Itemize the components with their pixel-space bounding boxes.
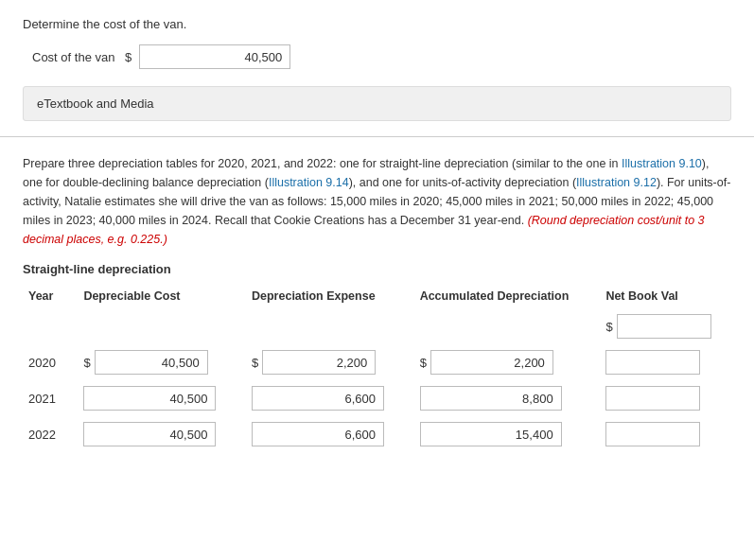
illustration-link-2: Illustration 9.14	[269, 176, 349, 189]
acc-dep-2020-input[interactable]	[430, 350, 553, 375]
header-accumulated-depreciation: Accumulated Depreciation	[414, 286, 601, 308]
year-2022: 2022	[23, 416, 78, 452]
dep-cost-2021-cell	[78, 380, 246, 416]
nb-2022-input[interactable]	[605, 422, 700, 446]
header-depreciable-cost: Depreciable Cost	[78, 286, 246, 308]
year-2020: 2020	[23, 344, 78, 380]
table-header-row: Year Depreciable Cost Depreciation Expen…	[23, 286, 731, 308]
initial-year-cell	[23, 308, 78, 344]
nb-2021-input[interactable]	[605, 386, 700, 411]
section-title: Straight-line depreciation	[23, 262, 731, 276]
table-row-2022: 2022	[23, 416, 731, 452]
dep-cost-2022-cell	[78, 416, 246, 452]
acc-dep-2022-cell	[414, 416, 601, 452]
dep-cost-2020-dollar: $	[83, 356, 90, 370]
initial-nb-wrapper: $	[605, 314, 726, 339]
initial-nb-dollar: $	[605, 320, 612, 334]
bottom-section: Prepare three depreciation tables for 20…	[0, 137, 754, 471]
etextbook-bar[interactable]: eTextbook and Media	[23, 86, 731, 121]
problem-text-content: Prepare three depreciation tables for 20…	[23, 157, 730, 246]
header-net-book-value: Net Book Val	[600, 286, 731, 308]
instruction-text: Determine the cost of the van.	[23, 17, 731, 31]
acc-dep-2021-input[interactable]	[420, 386, 562, 411]
header-depreciation-expense: Depreciation Expense	[246, 286, 414, 308]
dep-exp-2020-input[interactable]	[262, 350, 376, 375]
table-row-initial: $	[23, 308, 731, 344]
cost-label: Cost of the van	[32, 50, 117, 64]
year-2021: 2021	[23, 380, 78, 416]
acc-dep-2022-input[interactable]	[420, 422, 562, 446]
dep-exp-2020-cell: $	[246, 344, 414, 380]
dep-exp-2020-wrapper: $	[252, 350, 409, 375]
dep-exp-2022-input[interactable]	[252, 422, 384, 446]
table-row-2020: 2020 $ $ $	[23, 344, 731, 380]
initial-nb-input[interactable]	[617, 314, 711, 339]
nb-2021-cell	[600, 380, 731, 416]
initial-net-book-cell: $	[600, 308, 731, 344]
dep-cost-2020-input[interactable]	[95, 350, 208, 375]
nb-2022-cell	[600, 416, 731, 452]
dep-exp-2021-cell	[246, 380, 414, 416]
initial-acc-dep-cell	[414, 308, 601, 344]
acc-dep-2020-dollar: $	[420, 356, 427, 370]
acc-dep-2020-wrapper: $	[420, 350, 595, 375]
top-section: Determine the cost of the van. Cost of t…	[0, 0, 754, 137]
dep-exp-2022-cell	[246, 416, 414, 452]
nb-2020-cell	[600, 344, 731, 380]
dep-cost-2021-input[interactable]	[83, 386, 216, 411]
cost-row: Cost of the van $	[23, 44, 731, 69]
initial-dep-exp-cell	[246, 308, 414, 344]
header-year: Year	[23, 286, 78, 308]
initial-dep-cost-cell	[78, 308, 246, 344]
cost-input[interactable]	[139, 44, 290, 69]
acc-dep-2020-cell: $	[414, 344, 601, 380]
nb-2020-input[interactable]	[605, 350, 700, 375]
dep-exp-2020-dollar: $	[252, 356, 258, 370]
dep-cost-2020-wrapper: $	[83, 350, 240, 375]
dep-cost-2022-input[interactable]	[83, 422, 216, 446]
acc-dep-2021-cell	[414, 380, 601, 416]
table-row-2021: 2021	[23, 380, 731, 416]
round-instruction: (Round depreciation cost/unit to 3 decim…	[23, 214, 705, 246]
problem-text: Prepare three depreciation tables for 20…	[23, 154, 731, 249]
dep-cost-2020-cell: $	[78, 344, 246, 380]
illustration-link-3: Illustration 9.12	[576, 176, 657, 189]
dep-exp-2021-input[interactable]	[252, 386, 384, 411]
cost-dollar-sign: $	[125, 50, 132, 64]
illustration-link-1: Illustration 9.10	[622, 157, 702, 170]
depreciation-table: Year Depreciable Cost Depreciation Expen…	[23, 286, 731, 452]
